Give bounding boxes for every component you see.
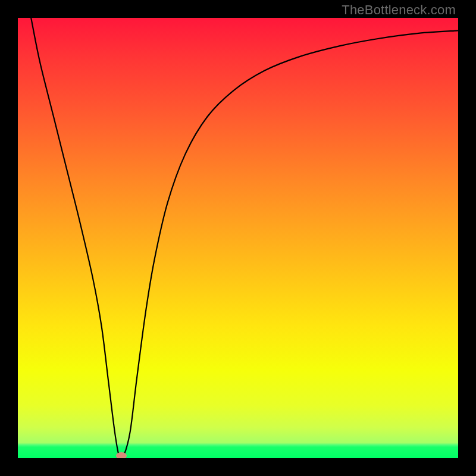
watermark-text: TheBottleneck.com [342, 2, 456, 18]
curve-svg [18, 18, 458, 458]
minimum-marker [116, 452, 127, 458]
bottleneck-curve [31, 18, 458, 458]
plot-area [18, 18, 458, 458]
chart-frame: TheBottleneck.com [0, 0, 476, 476]
